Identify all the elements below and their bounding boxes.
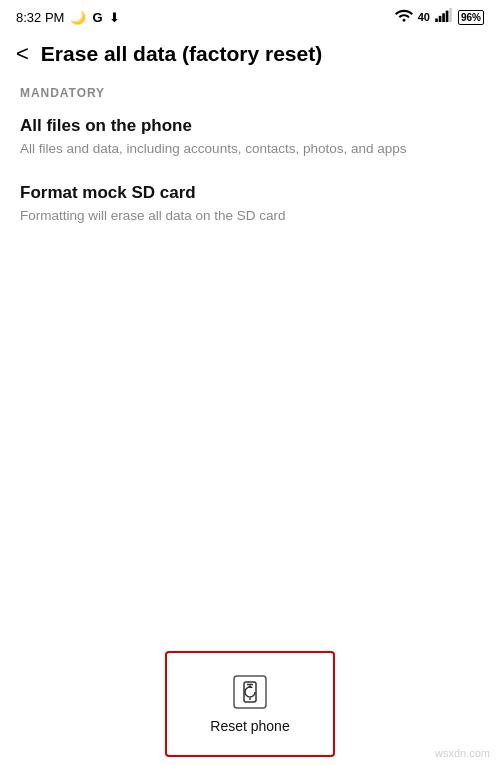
status-right: 40 96%: [395, 8, 484, 26]
reset-phone-icon: [232, 674, 268, 710]
option-desc-1: All files and data, including accounts, …: [20, 140, 480, 159]
mobile-data-icon: 40: [418, 11, 430, 23]
reset-phone-label: Reset phone: [210, 718, 289, 734]
svg-point-7: [249, 698, 251, 700]
option-sd-card: Format mock SD card Formatting will eras…: [20, 183, 480, 226]
option-desc-2: Formatting will erase all data on the SD…: [20, 207, 480, 226]
svg-rect-4: [449, 8, 452, 22]
reset-phone-section: Reset phone: [0, 651, 500, 765]
signal-icon: [435, 8, 453, 26]
battery-icon: 96%: [458, 10, 484, 25]
watermark: wsxdn.com: [435, 747, 490, 759]
moon-icon: 🌙: [70, 10, 86, 25]
page-title: Erase all data (factory reset): [41, 42, 484, 66]
option-title-1: All files on the phone: [20, 116, 480, 136]
svg-rect-0: [435, 19, 438, 23]
svg-rect-1: [439, 16, 442, 22]
status-left: 8:32 PM 🌙 G ⬇: [16, 10, 120, 25]
svg-rect-2: [442, 13, 445, 22]
g-icon: G: [92, 10, 102, 25]
svg-marker-9: [247, 685, 253, 688]
option-all-files: All files on the phone All files and dat…: [20, 116, 480, 159]
back-button[interactable]: <: [16, 43, 29, 65]
status-time: 8:32 PM: [16, 10, 64, 25]
reset-phone-button[interactable]: Reset phone: [165, 651, 335, 757]
header: < Erase all data (factory reset): [0, 32, 500, 78]
svg-rect-3: [446, 11, 449, 22]
wifi-icon: [395, 8, 413, 26]
svg-rect-5: [234, 676, 266, 708]
content-area: MANDATORY All files on the phone All fil…: [0, 78, 500, 226]
section-label: MANDATORY: [20, 86, 480, 100]
download-icon: ⬇: [109, 10, 120, 25]
option-title-2: Format mock SD card: [20, 183, 480, 203]
status-bar: 8:32 PM 🌙 G ⬇ 40 96%: [0, 0, 500, 32]
